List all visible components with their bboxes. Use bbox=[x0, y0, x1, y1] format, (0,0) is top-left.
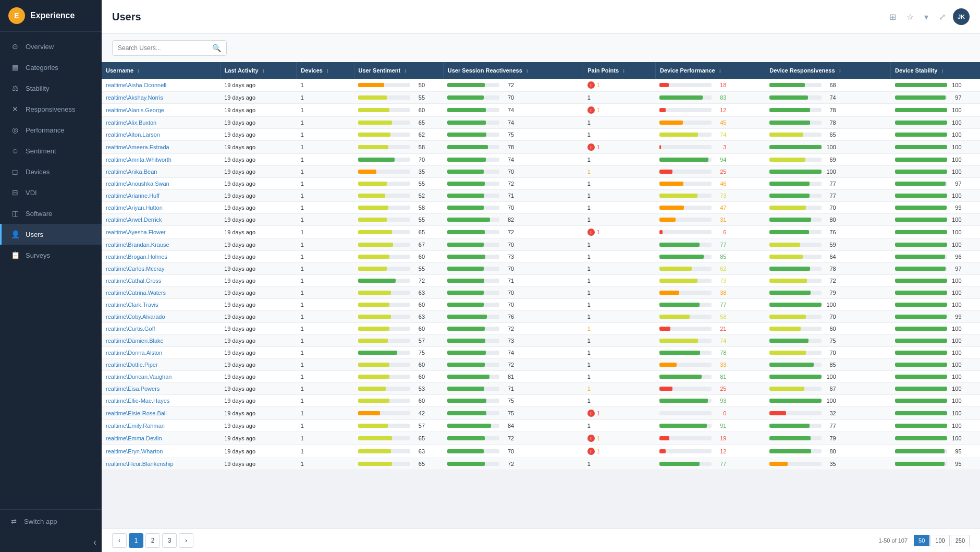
username-link[interactable]: realtime\Catrina.Waters bbox=[106, 290, 166, 296]
cell-user-sentiment: 72 bbox=[354, 275, 443, 287]
username-link[interactable]: realtime\Amrita.Whitworth bbox=[106, 157, 172, 163]
page-size-250[interactable]: 250 bbox=[951, 535, 970, 546]
cell-device-perf: 3 bbox=[655, 141, 765, 154]
cell-device-resp: 32 bbox=[765, 407, 891, 420]
sidebar-item-overview[interactable]: ⊙Overview bbox=[0, 36, 102, 57]
col-session-reactiveness[interactable]: User Session Reactiveness ↕ bbox=[443, 62, 583, 79]
sidebar-item-responsiveness[interactable]: ✕Responsiveness bbox=[0, 99, 102, 119]
username-link[interactable]: realtime\Brogan.Holmes bbox=[106, 254, 167, 260]
col-username[interactable]: Username ↕ bbox=[102, 62, 220, 79]
cell-session-react: 72 bbox=[443, 458, 583, 470]
username-link[interactable]: realtime\Alton.Larson bbox=[106, 131, 160, 138]
username-link[interactable]: realtime\Damien.Blake bbox=[106, 338, 164, 344]
page-2-button[interactable]: 2 bbox=[145, 533, 160, 548]
page-size-50[interactable]: 50 bbox=[914, 535, 929, 546]
username-link[interactable]: realtime\Fleur.Blankenship bbox=[106, 461, 174, 467]
sidebar-item-stability[interactable]: ⚖Stability bbox=[0, 78, 102, 99]
page-size-100[interactable]: 100 bbox=[930, 535, 949, 546]
username-link[interactable]: realtime\Cathal.Gross bbox=[106, 278, 161, 284]
username-link[interactable]: realtime\Ellie-Mae.Hayes bbox=[106, 398, 169, 404]
sidebar-item-categories[interactable]: ▤Categories bbox=[0, 57, 102, 78]
cell-device-stab: 95 bbox=[891, 458, 980, 470]
username-link[interactable]: realtime\Ariyan.Hutton bbox=[106, 205, 163, 211]
username-link[interactable]: realtime\Akshay.Norris bbox=[106, 94, 163, 101]
username-link[interactable]: realtime\Alix.Buxton bbox=[106, 119, 156, 126]
col-last-activity[interactable]: Last Activity ↕ bbox=[220, 62, 297, 79]
sidebar-item-devices[interactable]: ◻Devices bbox=[0, 161, 102, 182]
page-1-button[interactable]: 1 bbox=[129, 533, 143, 548]
username-link[interactable]: realtime\Curtis.Goff bbox=[106, 326, 155, 332]
search-bar-area: 🔍 bbox=[102, 34, 980, 62]
sidebar-item-software[interactable]: ◫Software bbox=[0, 203, 102, 224]
main-content: Users ⊞ ☆ ▾ ⤢ JK 🔍 Username ↕ Last Activ… bbox=[102, 0, 980, 552]
sidebar-item-sentiment[interactable]: ☺Sentiment bbox=[0, 140, 102, 161]
cell-device-resp: 59 bbox=[765, 239, 891, 251]
cell-device-stab: 97 bbox=[891, 92, 980, 104]
cell-pain-points: 1 bbox=[583, 190, 656, 202]
cell-pain-points: 1 bbox=[583, 299, 656, 311]
table-row: realtime\Akshay.Norris19 days ago1 55 70… bbox=[102, 92, 980, 104]
cell-device-perf: 21 bbox=[655, 323, 765, 335]
username-link[interactable]: realtime\Eryn.Wharton bbox=[106, 448, 163, 454]
username-link[interactable]: realtime\Clark.Travis bbox=[106, 302, 158, 308]
table-row: realtime\Amrita.Whitworth19 days ago1 70… bbox=[102, 154, 980, 166]
cell-devices: 1 bbox=[297, 420, 354, 432]
cell-session-react: 72 bbox=[443, 323, 583, 335]
prev-page-button[interactable]: ‹ bbox=[112, 533, 127, 548]
username-link[interactable]: realtime\Brandan.Krause bbox=[106, 242, 169, 248]
username-link[interactable]: realtime\Anika.Bean bbox=[106, 169, 157, 175]
cell-pain-points: 1 bbox=[583, 383, 656, 395]
cell-username: realtime\Ameera.Estrada bbox=[102, 141, 220, 154]
col-device-responsiveness[interactable]: Device Responsiveness ↕ bbox=[765, 62, 891, 79]
col-device-performance[interactable]: Device Performance ↕ bbox=[655, 62, 765, 79]
username-link[interactable]: realtime\Aisha.Oconnell bbox=[106, 82, 166, 88]
next-page-button[interactable]: › bbox=[179, 533, 193, 548]
col-device-stability[interactable]: Device Stability ↕ bbox=[891, 62, 980, 79]
grid-view-button[interactable]: ⊞ bbox=[886, 10, 899, 24]
switch-app-button[interactable]: ⇄ Switch app bbox=[0, 509, 102, 533]
table-footer: ‹ 1 2 3 › 1-50 of 107 50 100 250 bbox=[102, 529, 980, 552]
cell-device-stab: 100 bbox=[891, 275, 980, 287]
sidebar-item-vdi[interactable]: ⊟VDI bbox=[0, 182, 102, 203]
username-link[interactable]: realtime\Duncan.Vaughan bbox=[106, 374, 172, 380]
sidebar-item-users[interactable]: 👤Users bbox=[0, 224, 102, 245]
cell-device-resp: 78 bbox=[765, 117, 891, 129]
sidebar-collapse-button[interactable]: ‹ bbox=[0, 533, 102, 552]
username-link[interactable]: realtime\Emily.Rahman bbox=[106, 423, 165, 429]
cell-username: realtime\Anoushka.Swan bbox=[102, 178, 220, 190]
app-logo: E bbox=[8, 7, 25, 24]
username-link[interactable]: realtime\Donna.Alston bbox=[106, 350, 162, 356]
username-link[interactable]: realtime\Ayesha.Flower bbox=[106, 229, 166, 235]
cell-devices: 1 bbox=[297, 202, 354, 214]
sidebar-item-surveys[interactable]: 📋Surveys bbox=[0, 245, 102, 266]
col-pain-points[interactable]: Pain Points ↕ bbox=[583, 62, 656, 79]
username-link[interactable]: realtime\Arwel.Derrick bbox=[106, 217, 162, 223]
cell-last-activity: 19 days ago bbox=[220, 263, 297, 275]
page-3-button[interactable]: 3 bbox=[162, 533, 177, 548]
cell-device-perf: 19 bbox=[655, 432, 765, 445]
username-link[interactable]: realtime\Ameera.Estrada bbox=[106, 144, 169, 150]
cell-device-resp: 72 bbox=[765, 275, 891, 287]
pain-val: 1 bbox=[587, 314, 591, 320]
username-link[interactable]: realtime\Coby.Alvarado bbox=[106, 314, 165, 320]
username-link[interactable]: realtime\Elsie-Rose.Ball bbox=[106, 410, 167, 416]
cell-devices: 1 bbox=[297, 154, 354, 166]
username-link[interactable]: realtime\Dottie.Piper bbox=[106, 362, 158, 368]
star-button[interactable]: ☆ bbox=[903, 10, 917, 24]
cell-pain-points: 1 bbox=[583, 92, 656, 104]
dropdown-button[interactable]: ▾ bbox=[921, 10, 932, 24]
username-link[interactable]: realtime\Eisa.Powers bbox=[106, 386, 160, 392]
cell-session-react: 71 bbox=[443, 190, 583, 202]
username-link[interactable]: realtime\Anoushka.Swan bbox=[106, 181, 169, 187]
sidebar-item-performance[interactable]: ◎Performance bbox=[0, 119, 102, 140]
username-link[interactable]: realtime\Emma.Devlin bbox=[106, 435, 162, 441]
col-devices[interactable]: Devices ↕ bbox=[297, 62, 354, 79]
cell-session-react: 76 bbox=[443, 311, 583, 323]
username-link[interactable]: realtime\Carlos.Mccray bbox=[106, 266, 164, 272]
expand-button[interactable]: ⤢ bbox=[936, 10, 949, 24]
search-input[interactable] bbox=[118, 44, 212, 52]
cell-device-perf: 91 bbox=[655, 420, 765, 432]
col-user-sentiment[interactable]: User Sentiment ↕ bbox=[354, 62, 443, 79]
username-link[interactable]: realtime\Alanis.George bbox=[106, 107, 164, 113]
username-link[interactable]: realtime\Arianne.Huff bbox=[106, 193, 160, 199]
